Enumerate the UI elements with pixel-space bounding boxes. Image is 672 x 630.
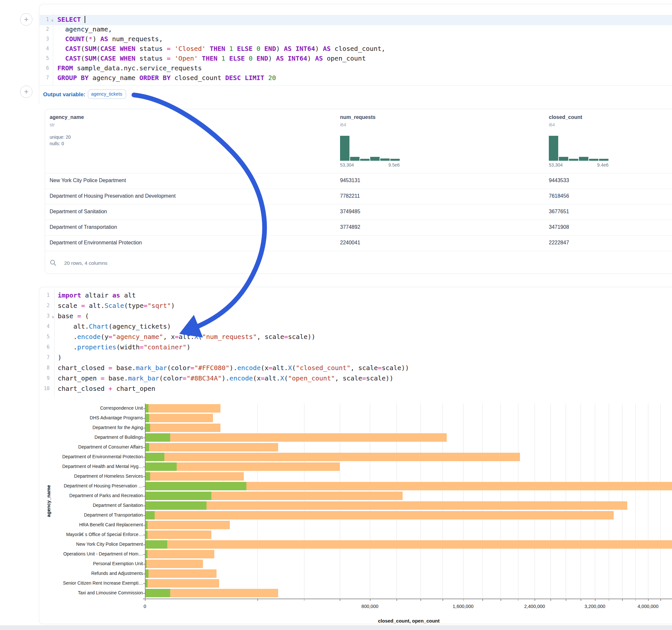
- gridline: [550, 404, 551, 599]
- y-category-label: Operations Unit - Department of Hom…: [39, 551, 143, 556]
- y-category-label: Taxi and Limousine Commission: [39, 590, 143, 595]
- bar-open: [145, 462, 177, 471]
- gridline: [609, 404, 609, 599]
- line-number: 5: [39, 334, 50, 340]
- column-stat: unique: 20: [50, 135, 71, 140]
- gutter-separator: [54, 289, 54, 397]
- bar-closed: [145, 453, 520, 461]
- table-cell[interactable]: 3774892: [340, 224, 360, 230]
- bar-open: [145, 414, 149, 422]
- table-cell[interactable]: Department of Sanitation: [50, 209, 107, 215]
- histogram-bar: [589, 159, 598, 161]
- y-category-label: Department of Housing Preservation …: [39, 483, 143, 488]
- table-row[interactable]: New York City Police Department945313194…: [45, 173, 672, 189]
- y-category-label: Department of Sanitation: [39, 503, 143, 508]
- table-cell[interactable]: 9453131: [340, 177, 360, 184]
- line-number: 4: [39, 323, 50, 329]
- output-variable-pill[interactable]: agency_tickets: [88, 90, 126, 99]
- table-summary: 20 rows, 4 columns: [64, 260, 107, 266]
- code-line[interactable]: SELECT: [57, 16, 672, 25]
- x-tick-label: 1,600,000: [444, 604, 483, 609]
- y-category-label: Department of Environmental Protection: [39, 454, 143, 459]
- bar-open: [145, 404, 148, 413]
- gridline: [566, 404, 566, 599]
- column-type: i64: [340, 122, 346, 127]
- code-line[interactable]: .encode(y="agency_name", x=alt.X("num_re…: [58, 333, 672, 343]
- table-cell[interactable]: 3677651: [549, 209, 569, 215]
- code-line[interactable]: chart_closed + chart_open: [58, 385, 672, 395]
- gridline: [534, 404, 535, 599]
- column-header-agency_name[interactable]: agency_name: [50, 114, 84, 120]
- collapse-line-icon[interactable]: ∨: [51, 315, 54, 319]
- column-header-closed_count[interactable]: closed_count: [549, 114, 582, 120]
- gridline: [463, 404, 463, 599]
- line-number: 1: [38, 17, 49, 22]
- histogram-bar: [579, 157, 589, 161]
- bar-closed: [145, 404, 220, 413]
- add-cell-button-top[interactable]: +: [20, 13, 32, 26]
- code-line[interactable]: scale = alt.Scale(type="sqrt"): [58, 302, 672, 312]
- code-line[interactable]: CAST(SUM(CASE WHEN status = 'Closed' THE…: [57, 45, 672, 54]
- gridline: [648, 404, 648, 599]
- table-row[interactable]: Department of Environmental Protection22…: [45, 235, 672, 251]
- column-type: str: [50, 122, 55, 127]
- table-cell[interactable]: 7618456: [549, 193, 569, 199]
- row-divider: [45, 251, 672, 251]
- x-tick-label: 4,000,000: [628, 604, 668, 609]
- bar-open: [145, 482, 246, 490]
- table-row[interactable]: Department of Housing Preservation and D…: [45, 189, 672, 204]
- table-cell[interactable]: 3471908: [549, 224, 569, 230]
- line-number: 8: [39, 365, 50, 371]
- table-cell[interactable]: Department of Housing Preservation and D…: [50, 193, 176, 199]
- code-line[interactable]: ): [58, 354, 672, 364]
- y-category-label: Department of Consumer Affairs: [39, 444, 143, 450]
- add-cell-button-middle[interactable]: +: [20, 86, 32, 98]
- gridline: [442, 404, 443, 599]
- table-cell[interactable]: New York City Police Department: [50, 177, 126, 184]
- code-line[interactable]: .properties(width="container"): [58, 343, 672, 354]
- bar-open: [145, 570, 148, 578]
- code-line[interactable]: agency_name,: [57, 25, 672, 35]
- table-cell[interactable]: 2240041: [340, 240, 360, 246]
- bar-closed: [145, 414, 213, 422]
- table-cell[interactable]: Department of Transportation: [50, 224, 117, 230]
- output-variable-label: Output variable:: [43, 91, 85, 98]
- line-number: 7: [39, 355, 50, 360]
- code-line[interactable]: COUNT(*) AS num_requests,: [57, 35, 672, 45]
- code-line[interactable]: import altair as alt: [58, 291, 672, 302]
- bar-open: [145, 443, 149, 452]
- code-line[interactable]: FROM sample_data.nyc.service_requests: [57, 64, 672, 74]
- table-cell[interactable]: 2222847: [549, 240, 569, 246]
- y-category-label: DHS Advantage Programs: [39, 415, 143, 420]
- cell-divider: [39, 85, 672, 86]
- column-header-num_requests[interactable]: num_requests: [340, 114, 376, 120]
- python-cell: import altair as alt1scale = alt.Scale(t…: [39, 287, 672, 624]
- column-histogram: [340, 136, 400, 161]
- gridline: [635, 404, 636, 599]
- code-line[interactable]: GROUP BY agency_name ORDER BY closed_cou…: [57, 74, 672, 83]
- table-cell[interactable]: 9443533: [549, 177, 569, 184]
- column-stat: nulls: 0: [50, 141, 64, 146]
- bar-open: [145, 433, 170, 442]
- sql-cell: SELECT 1∨ agency_name,2 COUNT(*) AS num_…: [39, 4, 672, 104]
- code-line[interactable]: base = (: [58, 312, 672, 322]
- code-line[interactable]: chart_open = base.mark_bar(color="#8BC34…: [58, 374, 672, 385]
- bar-closed: [145, 531, 211, 539]
- line-number: 1: [39, 292, 50, 298]
- table-cell[interactable]: Department of Environmental Protection: [50, 240, 142, 246]
- gridline: [482, 404, 483, 599]
- collapse-line-icon[interactable]: ∨: [51, 18, 54, 23]
- code-line[interactable]: CAST(SUM(CASE WHEN status = 'Open' THEN …: [57, 54, 672, 64]
- gridline: [581, 404, 581, 599]
- bar-closed: [145, 521, 230, 529]
- table-row[interactable]: Department of Transportation377489234719…: [45, 220, 672, 235]
- code-line[interactable]: chart_closed = base.mark_bar(color="#FFC…: [58, 364, 672, 374]
- y-category-label: New York City Police Department: [39, 541, 143, 547]
- table-cell[interactable]: 7782211: [340, 193, 360, 199]
- table-row[interactable]: Department of Sanitation37494853677651: [45, 204, 672, 220]
- y-axis-title: agency_name: [46, 472, 52, 530]
- search-icon[interactable]: [50, 259, 57, 266]
- table-cell[interactable]: 3749485: [340, 209, 360, 215]
- bar-open: [145, 511, 154, 519]
- code-line[interactable]: alt.Chart(agency_tickets): [58, 322, 672, 333]
